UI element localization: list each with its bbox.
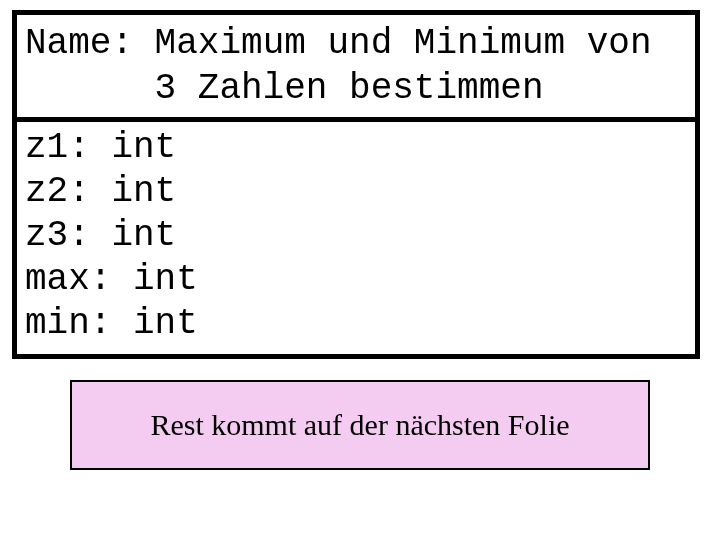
var-line-4: max: int [25, 258, 687, 302]
definition-header: Name: Maximum und Minimum von 3 Zahlen b… [17, 15, 695, 122]
note-box: Rest kommt auf der nächsten Folie [70, 380, 650, 470]
definition-box: Name: Maximum und Minimum von 3 Zahlen b… [12, 10, 700, 359]
var-line-3: z3: int [25, 214, 687, 258]
title-line-2: 3 Zahlen bestimmen [25, 66, 687, 111]
var-line-1: z1: int [25, 126, 687, 170]
var-line-2: z2: int [25, 170, 687, 214]
definition-body: z1: int z2: int z3: int max: int min: in… [17, 122, 695, 354]
title-line-1: Name: Maximum und Minimum von [25, 21, 687, 66]
note-text: Rest kommt auf der nächsten Folie [150, 408, 569, 442]
var-line-5: min: int [25, 302, 687, 346]
